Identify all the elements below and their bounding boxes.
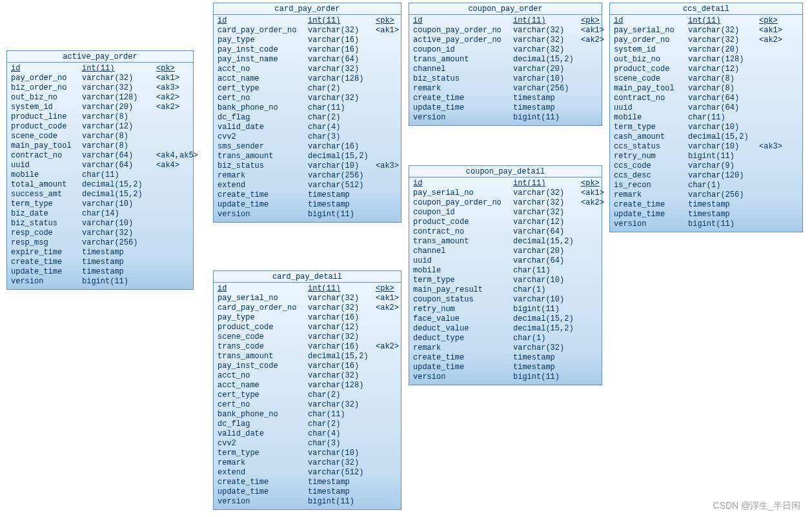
column-key (376, 400, 401, 410)
column-name: extend (218, 181, 308, 190)
table-row: update_timetimestamp (218, 487, 397, 497)
column-key (376, 65, 401, 74)
table-row: uuidvarchar(64) (413, 256, 598, 266)
column-key (759, 74, 785, 84)
column-name: uuid (413, 256, 513, 266)
entity-title: card_pay_order (214, 3, 401, 15)
column-type: varchar(16) (308, 142, 376, 152)
column-type: varchar(10) (688, 123, 759, 132)
column-type: bigint(11) (513, 113, 581, 123)
column-key: <ak1> (376, 294, 401, 303)
table-row: update_timetimestamp (413, 103, 598, 113)
table-row: retry_numbigint(11) (614, 152, 798, 161)
column-name: id (218, 284, 308, 294)
column-name: cvv2 (218, 439, 308, 449)
table-row: channelvarchar(20) (413, 65, 598, 74)
column-type: varchar(128) (82, 93, 156, 103)
table-row: create_timetimestamp (11, 258, 189, 267)
table-row: card_pay_order_novarchar(32)<ak1> (218, 26, 397, 35)
table-row: retry_numbigint(11) (413, 305, 598, 314)
table-row: product_codevarchar(12) (218, 323, 397, 332)
column-type: bigint(11) (513, 305, 581, 314)
column-type: char(2) (308, 84, 376, 94)
table-row: update_timetimestamp (218, 200, 397, 210)
column-type: varchar(16) (308, 342, 376, 352)
column-type: varchar(12) (688, 65, 759, 74)
column-key: <ak3> (759, 142, 785, 152)
table-row: coupon_pay_order_novarchar(32)<ak1> (413, 26, 598, 35)
table-row: coupon_idvarchar(32) (413, 45, 598, 55)
column-name: product_code (614, 65, 688, 74)
column-name: coupon_pay_order_no (413, 26, 513, 35)
column-key (581, 247, 604, 256)
column-type: char(2) (308, 113, 376, 123)
table-row: main_pay_resultchar(1) (413, 285, 598, 295)
entity-ccs_detail: ccs_detailidint(11)<pk>pay_serial_novarc… (609, 3, 803, 232)
watermark-text: CSDN @浮生_半日闲 (713, 500, 800, 512)
column-name: contract_no (614, 94, 688, 103)
column-type: varchar(32) (308, 65, 376, 74)
column-name: id (614, 16, 688, 26)
column-name: dc_flag (218, 113, 308, 123)
column-type: varchar(64) (513, 256, 581, 266)
column-key (581, 295, 604, 305)
column-type: varchar(256) (82, 238, 156, 248)
column-name: pay_inst_code (218, 361, 308, 371)
column-key (581, 45, 604, 55)
table-row: mobilechar(11) (413, 266, 598, 276)
column-type: varchar(512) (308, 181, 376, 190)
column-type: char(4) (308, 123, 376, 132)
column-name: scene_code (614, 74, 688, 84)
column-key (376, 200, 401, 210)
entity-title: coupon_pay_order (409, 3, 602, 15)
table-row: remarkvarchar(256) (614, 190, 798, 200)
column-key: <pk> (376, 284, 401, 294)
column-name: mobile (11, 170, 82, 180)
table-row: remarkvarchar(256) (413, 84, 598, 94)
column-key (759, 181, 785, 190)
column-key (376, 371, 401, 381)
column-type: varchar(12) (82, 122, 156, 132)
column-type: timestamp (308, 478, 376, 487)
table-row: versionbigint(11) (413, 372, 598, 382)
column-key (376, 458, 401, 468)
column-name: version (413, 113, 513, 123)
table-row: pay_serial_novarchar(32)<ak1> (413, 188, 598, 198)
column-name: pay_serial_no (413, 188, 513, 198)
column-key (759, 94, 785, 103)
table-row: biz_statusvarchar(10) (11, 219, 189, 228)
column-type: timestamp (308, 487, 376, 497)
column-name: update_time (614, 210, 688, 219)
column-type: varchar(32) (308, 332, 376, 342)
column-key (376, 381, 401, 390)
column-key (156, 112, 192, 122)
column-type: int(11) (688, 16, 759, 26)
table-row: update_timetimestamp (413, 363, 598, 372)
column-type: varchar(32) (513, 26, 581, 35)
column-name: acct_name (218, 381, 308, 390)
column-type: varchar(32) (82, 74, 156, 83)
column-key (156, 199, 192, 209)
table-row: uuidvarchar(64)<ak4> (11, 161, 189, 170)
column-type: varchar(20) (513, 65, 581, 74)
column-key (581, 343, 604, 353)
column-name: channel (413, 247, 513, 256)
table-row: trans_codevarchar(16)<ak2> (218, 342, 397, 352)
column-name: id (218, 16, 308, 26)
table-row: ccs_codevarchar(9) (614, 161, 798, 171)
column-type: varchar(32) (308, 371, 376, 381)
table-row: idint(11)<pk> (614, 16, 798, 26)
table-row: mobilechar(11) (11, 170, 189, 180)
column-key: <pk> (376, 16, 401, 26)
column-name: contract_no (413, 227, 513, 237)
column-name: cert_no (218, 94, 308, 103)
table-row: pay_typevarchar(16) (218, 313, 397, 323)
column-type: bigint(11) (82, 277, 156, 287)
column-name: trans_amount (413, 237, 513, 247)
column-name: pay_inst_name (218, 55, 308, 65)
column-key (156, 219, 192, 228)
table-row: dc_flagchar(2) (218, 420, 397, 429)
column-key: <ak1> (376, 26, 401, 35)
column-key (376, 45, 401, 55)
column-key: <pk> (581, 16, 604, 26)
